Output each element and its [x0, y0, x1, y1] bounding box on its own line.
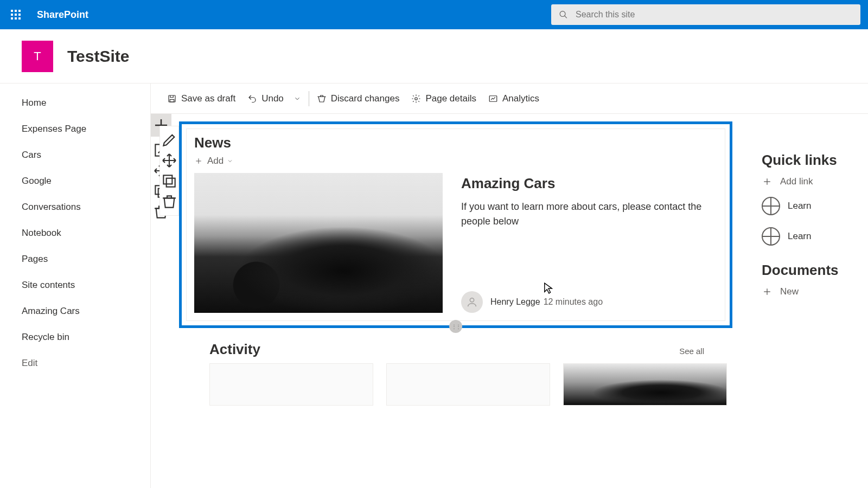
nav-cars[interactable]: Cars	[0, 142, 150, 168]
move-icon	[161, 152, 178, 169]
site-header: T TestSite	[0, 29, 868, 84]
plus-icon	[194, 157, 203, 165]
quick-link-label: Learn	[788, 201, 811, 211]
analytics-button[interactable]: Analytics	[488, 93, 539, 104]
svg-point-0	[560, 11, 565, 17]
separator	[309, 91, 309, 106]
svg-line-1	[565, 16, 567, 18]
nav-site-contents[interactable]: Site contents	[0, 272, 150, 298]
activity-card[interactable]	[209, 363, 373, 406]
add-news-button[interactable]: Add	[194, 156, 717, 166]
copy-icon	[161, 172, 178, 190]
chevron-down-icon	[227, 158, 233, 164]
activity-title: Activity	[209, 341, 260, 358]
move-webpart-button[interactable]	[161, 150, 178, 171]
discard-changes-button[interactable]: Discard changes	[317, 93, 400, 104]
plus-icon	[762, 176, 773, 187]
discard-icon	[317, 94, 327, 104]
post-time: 12 minutes ago	[544, 297, 603, 307]
drag-handle[interactable]	[449, 320, 462, 333]
nav-google[interactable]: Google	[0, 168, 150, 194]
undo-button[interactable]: Undo	[247, 93, 284, 104]
activity-cards	[179, 363, 868, 406]
undo-label: Undo	[261, 93, 284, 104]
news-post-title[interactable]: Amazing Cars	[461, 175, 710, 192]
app-launcher-button[interactable]	[5, 4, 26, 25]
quick-link-label: Learn	[788, 231, 811, 242]
activity-see-all-link[interactable]: See all	[679, 346, 704, 356]
delete-webpart-button[interactable]	[161, 191, 178, 212]
quick-links-title: Quick links	[762, 152, 868, 169]
person-icon	[466, 296, 478, 308]
gear-icon	[411, 94, 421, 104]
save-icon	[167, 94, 177, 104]
site-logo[interactable]: T	[22, 41, 53, 72]
site-title[interactable]: TestSite	[67, 47, 129, 66]
pencil-icon	[161, 131, 178, 149]
nav-conversations[interactable]: Conversations	[0, 194, 150, 220]
duplicate-webpart-button[interactable]	[161, 171, 178, 191]
search-box[interactable]	[551, 4, 860, 25]
nav-amazing-cars[interactable]: Amazing Cars	[0, 298, 150, 324]
activity-card[interactable]	[386, 363, 550, 406]
nav-pages[interactable]: Pages	[0, 246, 150, 272]
activity-card[interactable]	[563, 363, 727, 406]
command-bar: Save as draft Undo Discard changes Page …	[151, 84, 868, 114]
search-icon	[559, 10, 568, 20]
new-document-button[interactable]: New	[762, 286, 868, 297]
analytics-icon	[488, 94, 498, 104]
svg-point-15	[470, 298, 474, 302]
trash-icon	[161, 193, 178, 210]
plus-icon	[762, 286, 773, 297]
page-details-button[interactable]: Page details	[411, 93, 476, 104]
nav-home[interactable]: Home	[0, 90, 150, 116]
new-document-label: New	[780, 286, 799, 297]
save-as-draft-button[interactable]: Save as draft	[167, 93, 235, 104]
svg-point-4	[415, 97, 418, 100]
quick-link-item[interactable]: Learn	[762, 227, 868, 246]
news-title: News	[194, 134, 717, 151]
add-news-label: Add	[207, 156, 224, 166]
author-avatar	[461, 291, 483, 313]
waffle-icon	[11, 10, 21, 20]
undo-icon	[247, 94, 257, 104]
svg-rect-12	[163, 175, 172, 184]
svg-rect-3	[170, 99, 174, 102]
nav-recycle-bin[interactable]: Recycle bin	[0, 324, 150, 350]
brand-label[interactable]: SharePoint	[37, 9, 88, 21]
add-link-label: Add link	[780, 176, 813, 187]
undo-chevron-button[interactable]	[293, 95, 301, 102]
right-column: Quick links Add link Learn Learn Documen…	[762, 152, 868, 307]
discard-label: Discard changes	[331, 93, 400, 104]
left-navigation: Home Expenses Page Cars Google Conversat…	[0, 84, 151, 488]
search-input[interactable]	[576, 10, 853, 20]
nav-edit-link[interactable]: Edit	[0, 350, 150, 376]
author-name: Henry Legge	[490, 297, 540, 307]
news-post-description: If you want to learn more about cars, pl…	[461, 200, 710, 229]
news-post-image[interactable]	[194, 173, 443, 313]
news-webpart-selection[interactable]: News Add Amazing Cars If you want to lea…	[179, 121, 732, 328]
analytics-label: Analytics	[502, 93, 539, 104]
save-label: Save as draft	[181, 93, 235, 104]
globe-icon	[762, 227, 780, 246]
globe-icon	[762, 197, 780, 215]
nav-notebook[interactable]: Notebook	[0, 220, 150, 246]
webpart-tools	[159, 126, 179, 216]
nav-expenses-page[interactable]: Expenses Page	[0, 116, 150, 142]
page-details-label: Page details	[425, 93, 476, 104]
news-webpart: News Add Amazing Cars If you want to lea…	[186, 129, 725, 321]
quick-link-item[interactable]: Learn	[762, 197, 868, 215]
svg-rect-11	[167, 178, 175, 187]
main-canvas: Save as draft Undo Discard changes Page …	[151, 84, 868, 488]
edit-webpart-button[interactable]	[161, 130, 178, 150]
suite-bar: SharePoint	[0, 0, 868, 29]
add-link-button[interactable]: Add link	[762, 176, 868, 187]
news-post-byline: Henry Legge 12 minutes ago	[461, 291, 710, 313]
documents-title: Documents	[762, 262, 868, 279]
